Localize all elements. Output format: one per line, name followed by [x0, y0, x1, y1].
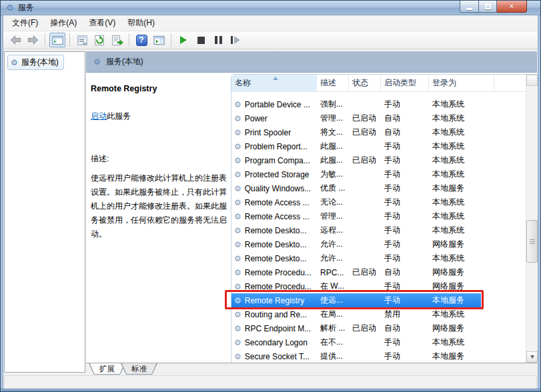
selected-service-title: Remote Registry [91, 84, 227, 93]
toolbar-separator [45, 33, 45, 47]
table-row[interactable]: ⚙Quality Windows...优质 ...手动本地服务 [231, 181, 526, 195]
tree-item-label: 服务(本地) [21, 57, 59, 68]
service-gear-icon: ⚙ [234, 283, 241, 291]
back-button[interactable] [7, 33, 23, 47]
back-arrow-icon [9, 34, 23, 46]
table-row[interactable]: ⚙Routing and Re...在局...禁用本地系统 [231, 307, 526, 321]
column-header-status[interactable]: 状态 [349, 75, 381, 91]
menu-help[interactable]: 帮助(H) [121, 15, 161, 31]
cell-logon-as: 本地服务 [429, 183, 481, 194]
forward-arrow-icon [26, 34, 40, 46]
table-row[interactable]: ⚙Remote Access ...管理...手动本地系统 [231, 209, 526, 223]
cell-description: 此服... [317, 155, 349, 166]
cell-startup-type: 自动 [381, 113, 429, 124]
column-header-logon-as[interactable]: 登录为 [429, 75, 494, 91]
tab-extended[interactable]: 扩展 [89, 363, 125, 375]
window-controls: ✕ [460, 1, 527, 13]
table-row[interactable]: ⚙Remote Deskto...允许...手动网络服务 [231, 237, 526, 251]
cell-description: 优质 ... [317, 183, 349, 194]
pause-service-button[interactable] [210, 33, 226, 47]
cell-logon-as: 网络服务 [429, 267, 481, 278]
column-header-startup-type[interactable]: 启动类型 [381, 75, 429, 91]
maximize-button[interactable] [479, 1, 497, 13]
show-action-pane-button[interactable] [151, 33, 167, 47]
service-gear-icon: ⚙ [234, 269, 241, 277]
restart-service-button[interactable] [227, 33, 243, 47]
list-header: 名称 描述 状态 启动类型 登录为 [231, 75, 526, 92]
table-row[interactable]: ⚙Problem Report...此服...手动本地系统 [231, 139, 526, 153]
scrollbar-down-button[interactable] [526, 351, 538, 363]
menu-view[interactable]: 查看(V) [83, 15, 121, 31]
tree-item-services-local[interactable]: ⚙ 服务(本地) [7, 55, 64, 70]
status-bar [4, 375, 537, 389]
cell-service-name: ⚙Quality Windows... [231, 184, 317, 193]
cell-logon-as: 本地系统 [429, 99, 481, 110]
service-gear-icon: ⚙ [234, 213, 241, 221]
export-list-button[interactable] [109, 33, 125, 47]
cell-description: 远程... [317, 225, 349, 236]
cell-service-name: ⚙Remote Deskto... [231, 254, 317, 263]
service-gear-icon: ⚙ [234, 227, 241, 235]
cell-description: 管理... [317, 113, 349, 124]
start-service-link[interactable]: 启动 [91, 111, 107, 121]
table-row[interactable]: ⚙Remote Deskto...允许...手动本地系统 [231, 251, 526, 265]
properties-icon [76, 34, 89, 47]
scrollbar-thumb[interactable] [526, 220, 538, 263]
window-frame-left [1, 15, 3, 391]
service-gear-icon: ⚙ [234, 339, 241, 347]
table-row[interactable]: ⚙RPC Endpoint M...解析 ...已启动自动网络服务 [231, 321, 526, 335]
properties-button[interactable] [74, 33, 90, 47]
services-app-icon: ⚙ [6, 3, 14, 12]
vertical-scrollbar[interactable] [526, 75, 537, 363]
service-gear-icon: ⚙ [234, 185, 241, 193]
service-gear-icon: ⚙ [234, 143, 241, 151]
service-gear-icon: ⚙ [234, 241, 241, 249]
stop-service-button[interactable] [193, 33, 209, 47]
scrollbar-up-button[interactable] [526, 75, 538, 86]
close-button[interactable]: ✕ [497, 1, 527, 13]
table-row[interactable]: ⚙Protected Storage为敏...手动本地系统 [231, 167, 526, 181]
cell-logon-as: 网络服务 [429, 239, 481, 250]
table-row[interactable]: ⚙Portable Device ...强制...手动本地系统 [231, 97, 526, 111]
table-row[interactable]: ⚙Remote Access ...无论...手动本地系统 [231, 195, 526, 209]
table-row[interactable]: ⚙Secondary Logon在不...手动本地系统 [231, 335, 526, 349]
cell-description: 提供... [317, 351, 349, 362]
cell-service-name: ⚙Remote Access ... [231, 212, 317, 221]
column-header-description[interactable]: 描述 [317, 75, 349, 91]
cell-startup-type: 自动 [381, 323, 429, 334]
table-row[interactable]: ⚙Program Compa...此服...已启动手动本地系统 [231, 153, 526, 167]
help-icon: ? [136, 35, 147, 46]
cell-status: 已启动 [349, 323, 381, 334]
menu-action[interactable]: 操作(A) [44, 15, 83, 31]
toolbar-separator [69, 33, 70, 47]
window-frame-right [538, 15, 540, 391]
table-row[interactable]: ⚙Print Spooler将文...已启动自动本地系统 [231, 125, 526, 139]
cell-service-name: ⚙Program Compa... [231, 156, 317, 165]
forward-button[interactable] [25, 33, 41, 47]
tab-standard[interactable]: 标准 [121, 363, 157, 375]
minimize-button[interactable] [460, 1, 479, 13]
column-header-name[interactable]: 名称 [231, 75, 317, 91]
service-description-panel: Remote Registry 启动此服务 描述: 使远程用户能修改此计算机上的… [86, 73, 231, 363]
sort-ascending-icon [273, 77, 278, 80]
table-row[interactable]: ⚙Remote Procedu...RPC...已启动自动网络服务 [231, 265, 526, 279]
start-service-button[interactable] [175, 33, 191, 47]
table-row[interactable]: ⚙Secure Socket T...提供...手动本地服务 [231, 349, 526, 363]
annotation-red-box [225, 290, 484, 309]
cell-service-name: ⚙Routing and Re... [231, 310, 317, 319]
title-bar[interactable]: ⚙ 服务 ✕ [1, 1, 540, 15]
refresh-button[interactable] [91, 33, 107, 47]
cell-startup-type: 手动 [381, 337, 429, 348]
help-button[interactable]: ? [133, 33, 149, 47]
cell-startup-type: 手动 [381, 225, 429, 236]
menu-file[interactable]: 文件(F) [6, 15, 44, 31]
show-console-tree-button[interactable] [49, 33, 65, 47]
cell-logon-as: 本地系统 [429, 169, 481, 180]
cell-service-name: ⚙Remote Access ... [231, 198, 317, 207]
cell-description: 在不... [317, 337, 349, 348]
table-row[interactable]: ⚙Remote Deskto...远程...手动本地系统 [231, 223, 526, 237]
service-gear-icon: ⚙ [234, 255, 241, 263]
service-gear-icon: ⚙ [234, 325, 241, 333]
table-row[interactable]: ⚙Power管理...已启动自动本地系统 [231, 111, 526, 125]
cell-logon-as: 本地系统 [429, 127, 481, 138]
